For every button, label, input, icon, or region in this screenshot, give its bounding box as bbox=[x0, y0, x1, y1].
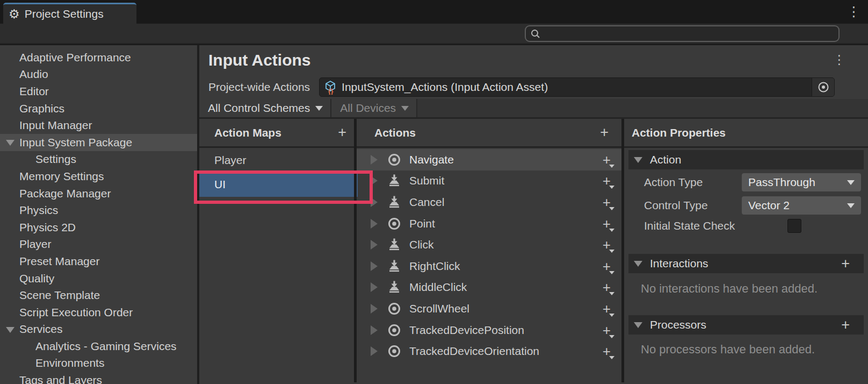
sidebar-item-label: Environments bbox=[35, 357, 104, 369]
actions-list: Navigate + Submit + bbox=[357, 148, 621, 362]
sidebar-item[interactable]: Input System Package bbox=[0, 134, 197, 151]
expander-icon[interactable] bbox=[371, 197, 378, 207]
expander-icon[interactable] bbox=[371, 261, 378, 271]
action-row[interactable]: Navigate + bbox=[357, 149, 621, 170]
sidebar-item[interactable]: Preset Manager bbox=[0, 253, 197, 270]
action-properties-header: Action Properties bbox=[624, 119, 868, 148]
sidebar-item[interactable]: Editor bbox=[0, 83, 197, 100]
expander-icon[interactable] bbox=[371, 304, 378, 314]
sidebar-item-label: Input System Package bbox=[19, 136, 132, 149]
expander-icon[interactable] bbox=[371, 155, 378, 165]
sidebar-item-label: Settings bbox=[35, 153, 76, 166]
add-binding-button[interactable]: + bbox=[603, 195, 611, 209]
sidebar-item-label: Player bbox=[19, 238, 52, 251]
chevron-down-icon bbox=[609, 335, 614, 338]
control-schemes-dropdown[interactable]: All Control Schemes bbox=[199, 99, 331, 117]
sidebar-item[interactable]: Tags and Layers bbox=[0, 372, 197, 384]
add-interaction-button[interactable]: + bbox=[841, 257, 850, 271]
value-action-icon bbox=[387, 217, 401, 231]
sidebar-item[interactable]: Memory Settings bbox=[0, 168, 197, 185]
sidebar-item[interactable]: Input Manager bbox=[0, 117, 197, 134]
chevron-down-icon bbox=[609, 292, 614, 295]
action-row[interactable]: ScrollWheel + bbox=[357, 298, 621, 319]
control-type-dropdown[interactable]: Vector 2 bbox=[742, 196, 861, 215]
search-box[interactable] bbox=[525, 25, 840, 42]
action-row[interactable]: Click + bbox=[357, 234, 621, 255]
add-binding-button[interactable]: + bbox=[603, 323, 611, 337]
sidebar-item[interactable]: Scene Template bbox=[0, 287, 197, 304]
action-label: Navigate bbox=[409, 153, 454, 166]
processors-foldout[interactable]: Processors + bbox=[628, 315, 864, 335]
sidebar-item[interactable]: Services bbox=[0, 321, 197, 338]
sidebar-item[interactable]: Script Execution Order bbox=[0, 304, 197, 321]
chevron-down-icon bbox=[609, 250, 614, 253]
expander-icon[interactable] bbox=[371, 219, 378, 229]
sidebar-item-label: Physics 2D bbox=[19, 221, 76, 234]
action-row[interactable]: Point + bbox=[357, 213, 621, 234]
control-scheme-toolbar: All Control Schemes All Devices bbox=[199, 99, 868, 119]
expander-icon[interactable] bbox=[371, 282, 378, 292]
page-title: Input Actions bbox=[208, 51, 311, 69]
action-label: MiddleClick bbox=[409, 281, 467, 294]
window-body: Adaptive Performance Audio Editor Graphi… bbox=[0, 45, 868, 384]
action-map-row[interactable]: Player bbox=[199, 150, 354, 171]
sidebar-item[interactable]: Player bbox=[0, 236, 197, 253]
initial-state-checkbox[interactable] bbox=[787, 219, 801, 233]
action-foldout[interactable]: Action bbox=[628, 150, 864, 169]
tab-project-settings[interactable]: ⚙ Project Settings bbox=[3, 3, 136, 24]
value-action-icon bbox=[387, 323, 401, 337]
project-settings-window: ⚙ Project Settings ⋮ Adaptive Performanc… bbox=[0, 0, 868, 384]
processors-empty-note: No processors have been added. bbox=[628, 343, 864, 357]
search-input[interactable] bbox=[544, 28, 823, 40]
sidebar-item[interactable]: Adaptive Performance bbox=[0, 49, 197, 66]
initial-state-row: Initial State Check bbox=[628, 219, 864, 233]
sidebar-item[interactable]: Audio bbox=[0, 66, 197, 83]
action-properties-column: Action Properties Action Action Type Pas… bbox=[624, 119, 868, 382]
asset-object-field[interactable]: {} InputSystem_Actions (Input Action Ass… bbox=[319, 77, 835, 97]
panel-kebab-menu-icon[interactable]: ⋮ bbox=[833, 53, 845, 67]
action-label: Submit bbox=[409, 174, 444, 187]
action-type-dropdown[interactable]: PassThrough bbox=[742, 173, 861, 191]
interactions-foldout[interactable]: Interactions + bbox=[628, 254, 864, 273]
add-binding-button[interactable]: + bbox=[603, 217, 611, 231]
foldout-open-icon bbox=[6, 140, 15, 146]
sidebar-item[interactable]: Environments bbox=[0, 355, 197, 372]
sidebar-item[interactable]: Settings bbox=[0, 151, 197, 168]
add-processor-button[interactable]: + bbox=[841, 318, 850, 332]
action-row[interactable]: RightClick + bbox=[357, 255, 621, 277]
sidebar-item[interactable]: Package Manager bbox=[0, 185, 197, 202]
action-row[interactable]: TrackedDevicePosition + bbox=[357, 319, 621, 341]
sidebar-item[interactable]: Graphics bbox=[0, 100, 197, 117]
add-binding-button[interactable]: + bbox=[603, 238, 611, 252]
action-row[interactable]: Submit + bbox=[357, 170, 621, 192]
action-row[interactable]: TrackedDeviceOrientation + bbox=[357, 340, 621, 362]
control-type-label: Control Type bbox=[644, 199, 742, 212]
action-map-row[interactable]: UI bbox=[199, 172, 358, 197]
foldout-open-icon bbox=[634, 322, 642, 328]
add-binding-button[interactable]: + bbox=[603, 302, 611, 316]
add-binding-button[interactable]: + bbox=[603, 259, 611, 273]
action-row[interactable]: Cancel + bbox=[357, 191, 621, 213]
object-picker-button[interactable] bbox=[812, 78, 834, 96]
add-action-map-button[interactable]: + bbox=[338, 125, 346, 140]
action-row[interactable]: MiddleClick + bbox=[357, 277, 621, 298]
sidebar-item[interactable]: Physics 2D bbox=[0, 219, 197, 236]
sidebar-item-label: Audio bbox=[19, 68, 48, 81]
add-binding-button[interactable]: + bbox=[603, 153, 611, 167]
expander-icon[interactable] bbox=[371, 346, 378, 356]
window-kebab-menu-icon[interactable]: ⋮ bbox=[847, 5, 860, 18]
sidebar-item[interactable]: Quality bbox=[0, 270, 197, 287]
sidebar-item[interactable]: Analytics - Gaming Services bbox=[0, 338, 197, 355]
add-binding-button[interactable]: + bbox=[603, 280, 611, 294]
expander-icon[interactable] bbox=[371, 176, 378, 186]
gear-icon: ⚙ bbox=[9, 8, 20, 20]
add-action-button[interactable]: + bbox=[600, 125, 609, 140]
expander-icon[interactable] bbox=[371, 325, 378, 335]
sidebar-item[interactable]: Physics bbox=[0, 202, 197, 219]
action-type-value: PassThrough bbox=[748, 176, 847, 189]
expander-icon[interactable] bbox=[371, 240, 378, 250]
devices-dropdown[interactable]: All Devices bbox=[331, 99, 417, 117]
add-binding-button[interactable]: + bbox=[603, 344, 611, 358]
actions-column: Actions + Navigate + bbox=[357, 119, 621, 382]
add-binding-button[interactable]: + bbox=[603, 174, 611, 188]
